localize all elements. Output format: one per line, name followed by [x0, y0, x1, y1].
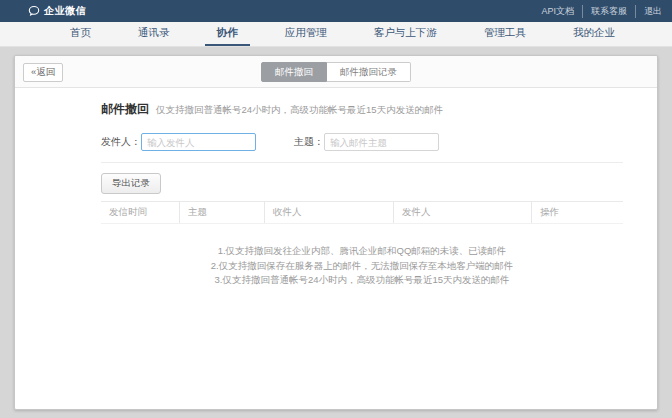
- nav-item-collaboration[interactable]: 协作: [205, 22, 250, 46]
- topbar-links: API文档 联系客服 退出: [541, 5, 662, 18]
- nav-item-contacts[interactable]: 通讯录: [126, 22, 182, 46]
- subject-input[interactable]: [324, 133, 439, 151]
- nav-item-my-company[interactable]: 我的企业: [561, 22, 627, 46]
- main-nav: 首页 通讯录 协作 应用管理 客户与上下游 管理工具 我的企业: [0, 22, 672, 47]
- export-records-button[interactable]: 导出记录: [101, 173, 161, 194]
- page-title: 邮件撤回: [101, 101, 149, 118]
- topbar-link-logout[interactable]: 退出: [635, 5, 662, 18]
- card-header: «返回 邮件撤回 邮件撤回记录: [15, 56, 657, 88]
- recall-notes: 1.仅支持撤回发往企业内部、腾讯企业邮和QQ邮箱的未读、已读邮件 2.仅支持撤回…: [101, 244, 623, 288]
- back-button[interactable]: «返回: [23, 63, 63, 82]
- column-header-actions: 操作: [532, 202, 623, 223]
- topbar-link-api-docs[interactable]: API文档: [541, 5, 574, 18]
- subject-label: 主题：: [294, 135, 324, 149]
- tabs: 邮件撤回 邮件撤回记录: [261, 62, 411, 82]
- table-header: 发信时间 主题 收件人 发件人 操作: [101, 201, 623, 224]
- content-card: «返回 邮件撤回 邮件撤回记录 邮件撤回 仅支持撤回普通帐号24小时内，高级功能…: [14, 55, 658, 410]
- brand[interactable]: 企业微信: [28, 4, 86, 18]
- column-header-sender: 发件人: [394, 202, 532, 223]
- brand-name: 企业微信: [44, 4, 86, 18]
- nav-item-management-tools[interactable]: 管理工具: [472, 22, 538, 46]
- topbar-link-contact-support[interactable]: 联系客服: [582, 5, 627, 18]
- sender-input[interactable]: [141, 133, 256, 151]
- recall-note-3: 3.仅支持撤回普通帐号24小时内，高级功能帐号最近15天内发送的邮件: [101, 273, 623, 288]
- back-button-label: 返回: [36, 66, 55, 77]
- nav-item-home[interactable]: 首页: [58, 22, 103, 46]
- page-subtitle: 仅支持撤回普通帐号24小时内，高级功能帐号最近15天内发送的邮件: [156, 104, 443, 117]
- sender-label: 发件人：: [101, 135, 141, 149]
- tab-mail-recall-records[interactable]: 邮件撤回记录: [327, 62, 411, 82]
- column-header-subject: 主题: [180, 202, 265, 223]
- recall-note-2: 2.仅支持撤回保存在服务器上的邮件，无法撤回保存至本地客户端的邮件: [101, 259, 623, 274]
- topbar: 企业微信 API文档 联系客服 退出: [0, 0, 672, 22]
- column-header-send-time: 发信时间: [101, 202, 180, 223]
- card-body: 邮件撤回 仅支持撤回普通帐号24小时内，高级功能帐号最近15天内发送的邮件 发件…: [15, 88, 657, 288]
- recall-note-1: 1.仅支持撤回发往企业内部、腾讯企业邮和QQ邮箱的未读、已读邮件: [101, 244, 623, 259]
- form-divider: [101, 162, 623, 163]
- chat-bubble-logo-icon: [28, 5, 40, 17]
- nav-item-customers-upstream-downstream[interactable]: 客户与上下游: [362, 22, 449, 46]
- nav-item-app-management[interactable]: 应用管理: [273, 22, 339, 46]
- search-form: 发件人： 主题：: [101, 133, 619, 151]
- column-header-recipient: 收件人: [265, 202, 394, 223]
- tab-mail-recall[interactable]: 邮件撤回: [261, 62, 327, 82]
- title-row: 邮件撤回 仅支持撤回普通帐号24小时内，高级功能帐号最近15天内发送的邮件: [101, 101, 619, 118]
